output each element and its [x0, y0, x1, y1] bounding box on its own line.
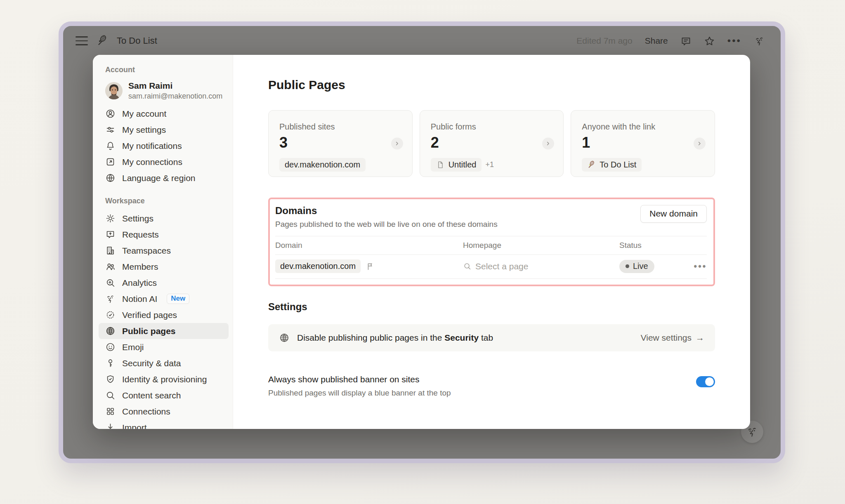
sidebar-item-emoji[interactable]: Emoji	[99, 339, 229, 355]
card-label: Anyone with the link	[582, 122, 704, 132]
shield-check-icon	[105, 374, 116, 385]
banner-toggle-title: Always show published banner on sites	[268, 374, 451, 384]
sidebar-item-label: Teamspaces	[122, 246, 171, 256]
favorite-star-icon[interactable]	[704, 35, 715, 47]
sidebar-item-label: Security & data	[122, 358, 181, 368]
banner-toggle-subtitle: Published pages will display a blue bann…	[268, 389, 451, 398]
more-count: +1	[485, 160, 494, 169]
settings-sidebar: Account Sam Raimi s	[93, 55, 233, 429]
sidebar-item-label: Settings	[122, 214, 153, 224]
card-label: Public forms	[431, 122, 553, 132]
domains-table-header: Domain Homepage Status	[275, 236, 707, 255]
domains-subtitle: Pages published to the web will be live …	[275, 220, 498, 229]
import-arrow-icon	[105, 422, 116, 429]
chip-label: dev.makenotion.com	[285, 160, 360, 170]
notion-ai-icon[interactable]	[754, 35, 765, 47]
bell-icon	[105, 141, 116, 151]
new-badge: New	[167, 294, 189, 304]
person-circle-icon	[105, 108, 116, 119]
globe-icon	[279, 332, 290, 343]
homepage-placeholder: Select a page	[475, 261, 528, 271]
sidebar-item-label: Identity & provisioning	[122, 374, 207, 384]
column-status: Status	[619, 241, 689, 250]
sidebar-item-analytics[interactable]: Analytics	[99, 275, 229, 291]
sidebar-item-content-search[interactable]: Content search	[99, 387, 229, 403]
sidebar-item-my-notifications[interactable]: My notifications	[99, 138, 229, 154]
card-count: 2	[431, 134, 553, 151]
edited-timestamp: Edited 7m ago	[576, 36, 632, 46]
sidebar-item-label: Emoji	[122, 342, 144, 352]
sidebar-item-import[interactable]: Import	[99, 419, 229, 429]
live-dot-icon	[625, 264, 629, 268]
sidebar-item-label: Import	[122, 423, 147, 429]
arrow-right-icon: →	[696, 333, 704, 343]
avatar	[105, 82, 123, 99]
grid-icon	[105, 406, 116, 417]
sidebar-item-notion-ai[interactable]: Notion AI New	[99, 291, 229, 307]
page-chip[interactable]: Untitled	[431, 158, 482, 172]
chevron-right-button[interactable]	[542, 138, 554, 150]
request-bubble-icon	[105, 229, 116, 240]
sidebar-user[interactable]: Sam Raimi sam.raimi@makenotion.com	[99, 79, 229, 106]
sidebar-item-label: Public pages	[122, 326, 176, 336]
building-icon	[105, 245, 116, 256]
verified-seal-icon	[105, 310, 116, 320]
sidebar-item-label: Connections	[122, 407, 170, 417]
homepage-select-input[interactable]: Select a page	[463, 261, 619, 271]
card-label: Published sites	[279, 122, 401, 132]
sidebar-item-language-region[interactable]: Language & region	[99, 170, 229, 186]
view-settings-link[interactable]: View settings →	[641, 333, 704, 343]
public-pages-panel: Public Pages Published sites 3 dev.maken…	[233, 55, 750, 429]
sidebar-item-identity-provisioning[interactable]: Identity & provisioning	[99, 371, 229, 387]
card-count: 1	[582, 134, 704, 151]
key-icon	[105, 358, 116, 369]
row-more-options-icon[interactable]: •••	[689, 264, 707, 268]
sidebar-item-my-settings[interactable]: My settings	[99, 122, 229, 138]
search-icon	[105, 390, 116, 401]
domain-chip[interactable]: dev.makenotion.com	[279, 158, 366, 172]
globe-icon	[105, 326, 116, 337]
sidebar-item-settings[interactable]: Settings	[99, 210, 229, 226]
card-public-forms: Public forms 2 Untitled +1	[420, 110, 564, 177]
page-title-breadcrumb[interactable]: To Do List	[117, 35, 157, 46]
people-icon	[105, 261, 116, 272]
sidebar-item-public-pages[interactable]: Public pages	[99, 323, 229, 339]
document-icon	[436, 160, 445, 169]
sidebar-item-connections[interactable]: Connections	[99, 403, 229, 419]
user-name: Sam Raimi	[128, 81, 222, 91]
share-button[interactable]: Share	[645, 36, 668, 46]
sidebar-item-my-account[interactable]: My account	[99, 106, 229, 122]
settings-section-title: Settings	[268, 301, 715, 313]
tennis-racket-icon	[587, 160, 596, 169]
sidebar-item-label: My account	[122, 109, 166, 119]
sidebar-item-verified-pages[interactable]: Verified pages	[99, 307, 229, 323]
domains-title: Domains	[275, 205, 498, 217]
chip-label: To Do List	[600, 160, 636, 170]
more-options-icon[interactable]: •••	[727, 39, 741, 43]
sidebar-item-label: Verified pages	[122, 310, 177, 320]
app-topbar: To Do List Edited 7m ago Share •••	[63, 26, 781, 56]
screenshot-canvas: To Do List Edited 7m ago Share •••	[0, 0, 845, 504]
chevron-right-button[interactable]	[391, 138, 403, 150]
flag-icon[interactable]	[366, 262, 375, 271]
card-published-sites: Published sites 3 dev.makenotion.com	[268, 110, 413, 177]
sidebar-item-label: My notifications	[122, 141, 182, 151]
security-settings-panel: Disable publishing public pages in the S…	[268, 324, 715, 351]
comments-icon[interactable]	[680, 35, 692, 47]
globe-icon	[105, 173, 116, 184]
chevron-right-button[interactable]	[694, 138, 706, 150]
sidebar-item-teamspaces[interactable]: Teamspaces	[99, 243, 229, 259]
sidebar-item-security-data[interactable]: Security & data	[99, 355, 229, 371]
sidebar-menu-icon[interactable]	[76, 36, 88, 45]
sidebar-item-my-connections[interactable]: My connections	[99, 154, 229, 170]
disable-publishing-text: Disable publishing public pages in the S…	[297, 333, 493, 343]
user-email: sam.raimi@makenotion.com	[128, 92, 222, 101]
sidebar-item-label: Language & region	[122, 173, 196, 183]
magnifier-plus-icon	[105, 278, 116, 288]
banner-toggle-switch[interactable]	[696, 376, 715, 387]
new-domain-button[interactable]: New domain	[640, 205, 707, 223]
domain-name-chip[interactable]: dev.makenotion.com	[275, 259, 361, 273]
sidebar-item-members[interactable]: Members	[99, 259, 229, 275]
sidebar-item-requests[interactable]: Requests	[99, 226, 229, 243]
page-chip[interactable]: To Do List	[582, 158, 642, 172]
